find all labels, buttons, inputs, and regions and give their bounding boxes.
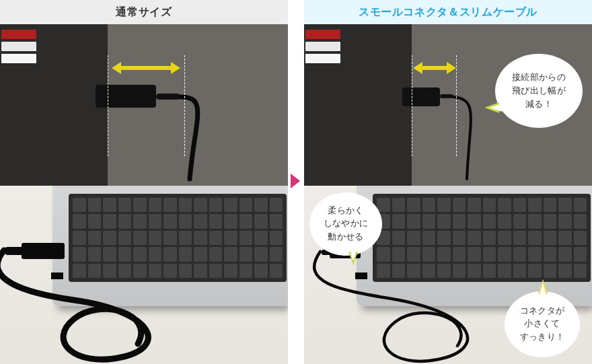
title-normal-size: 通常サイズ [0, 0, 288, 24]
callout-small-connector: コネクタが 小さくて すっきり！ [505, 291, 580, 357]
protrusion-arrow-slim [421, 66, 448, 70]
measure-dash-right [456, 55, 457, 156]
callout-tail-inner [350, 250, 357, 261]
callout-text: コネクタが 小さくて すっきり！ [520, 305, 565, 344]
scene-tv-slim: 接続部からの 飛び出し幅が 減る！ [304, 24, 592, 186]
measure-dash-right [184, 55, 185, 156]
hdmi-plug-normal [96, 85, 156, 108]
arrow-right-icon [291, 174, 300, 188]
tv-edge [304, 24, 412, 186]
callout-flex: 柔らかく しなやかに 動かせる [309, 192, 382, 256]
callout-text: 接続部からの 飛び出し幅が 減る！ [512, 71, 566, 111]
callout-protrusion: 接続部からの 飛び出し幅が 減る！ [495, 54, 583, 128]
scene-laptop-normal [0, 186, 288, 364]
callout-text: 柔らかく しなやかに 動かせる [324, 205, 369, 244]
title-small-connector: スモールコネクタ＆スリムケーブル [304, 0, 592, 24]
callout-tail-inner [490, 104, 502, 112]
compare-divider [288, 0, 304, 364]
tv-labels [304, 27, 340, 65]
hdmi-plug-slim [402, 87, 440, 106]
tv-labels [0, 27, 36, 65]
measure-dash-left [108, 55, 108, 156]
scene-laptop-slim: 柔らかく しなやかに 動かせる コネクタが 小さくて すっきり！ [304, 186, 592, 364]
scene-tv-normal [0, 24, 288, 186]
measure-dash-left [412, 55, 412, 156]
tv-edge [0, 24, 108, 186]
callout-tail-inner [540, 283, 546, 295]
protrusion-arrow-normal [120, 66, 172, 70]
cable-loop-slim [304, 244, 519, 364]
cable-curve [155, 92, 276, 186]
cable-loop-normal [0, 240, 202, 364]
